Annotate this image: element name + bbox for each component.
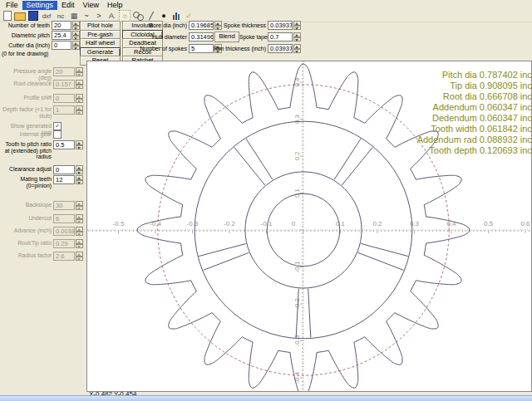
spinner-arrows[interactable] [72,41,80,50]
param-field-tooth-to-pitch-ratio-at-exte[interactable]: 0.5 [53,140,83,149]
spin-down-icon[interactable] [76,72,83,77]
field-cutter-dia-inch--value[interactable]: 0 [52,41,71,50]
spinner-arrows[interactable] [76,239,83,248]
checkbox-internal-gear[interactable] [53,130,62,139]
result-line: Tooth width 0.061842 inch [417,124,532,134]
svg-text:-0.2: -0.2 [224,220,235,227]
spinner-arrows[interactable] [76,201,83,210]
spinner-arrows[interactable] [293,32,301,42]
spin-down-icon[interactable] [76,219,83,224]
param-field-mating-teeth-0-pinion--value[interactable]: 12 [53,175,75,184]
wave-tool-icon[interactable]: ~ [81,11,91,21]
param-label-mating-teeth-0-pinion-: Mating teeth (0=pinion) [0,176,52,188]
label-right1-0: Bore dia (inch) [125,22,187,29]
param-field-mating-teeth-0-pinion-[interactable]: 12 [53,175,83,184]
new-document-icon[interactable] [3,11,12,21]
spin-down-icon[interactable] [293,37,301,42]
spin-down-icon[interactable] [76,99,83,104]
field-rim-thickness-inch-[interactable]: 0.03937 [268,44,301,53]
menu-settings[interactable]: Settings [22,1,58,10]
spin-down-icon[interactable] [76,232,83,237]
field-number-of-teeth[interactable]: 20 [52,21,80,30]
spinner-arrows[interactable] [76,214,83,223]
result-line: Tooth depth 0.120693 inch [417,145,532,156]
svg-text:-0.3: -0.3 [187,220,199,227]
gear-pair-icon[interactable] [133,11,144,21]
field-cutter-dia-inch-[interactable]: 0 [52,41,80,50]
blend-button[interactable]: Blend [214,32,239,42]
circle-tool-icon[interactable]: ● [159,11,169,21]
open-folder-icon[interactable] [14,12,26,21]
spinner-arrows[interactable] [293,44,301,53]
spin-down-icon[interactable] [76,110,83,115]
label-2: Cutter dia (inch) [0,42,50,49]
param-label-internal-gear: Internal gear [0,131,52,138]
menu-help[interactable]: Help [103,1,127,10]
field-diametric-pitch-value[interactable]: 25.4 [52,31,71,40]
text-tool-icon[interactable]: A [106,11,116,21]
spinner-arrows[interactable] [72,21,80,30]
param-field-undercut: 6 [53,214,83,223]
label-right2-0: Spoke thickness [200,22,266,29]
chart-icon[interactable] [171,12,181,20]
svg-text:-0.1: -0.1 [261,220,273,227]
spinner-arrows[interactable] [76,80,83,89]
field-number-of-teeth-value[interactable]: 20 [52,21,71,30]
arrow-tool-icon[interactable]: > [94,11,104,21]
spin-down-icon[interactable] [72,26,80,31]
spinner-arrows[interactable] [76,105,83,115]
param-field-pressure-angle-deg--value: 20 [53,67,75,76]
gear-sun-icon[interactable]: ☼ [119,10,131,22]
stamp-tool-icon[interactable]: ▦ [69,11,79,21]
spin-down-icon[interactable] [76,206,83,211]
spinner-arrows[interactable] [76,67,83,76]
checkbox-show-generated-root[interactable]: ✓ [53,122,62,130]
param-label-undercut: Undercut [0,215,52,222]
svg-text:0.2: 0.2 [372,220,382,227]
spinner-arrows[interactable] [76,252,83,261]
apply-check-icon[interactable]: ✓ [184,11,194,21]
save-icon[interactable] [28,11,38,21]
param-field-advance-inch-: 0.00382 [53,227,83,236]
param-field-clearance-adjust[interactable]: 0 [53,165,83,174]
spin-down-icon[interactable] [76,180,83,185]
spinner-arrows[interactable] [72,31,80,40]
field-diametric-pitch[interactable]: 25.4 [52,31,80,40]
param-field-clearance-adjust-value[interactable]: 0 [53,165,75,174]
spin-down-icon[interactable] [76,145,83,150]
param-field-tooth-to-pitch-ratio-at-exte-value[interactable]: 0.5 [53,140,75,149]
param-field-profile-shift: 0 [53,94,83,103]
pen-tool-icon[interactable]: ╱ [146,11,156,21]
export-dxf-button[interactable]: dxf [41,11,52,21]
spin-down-icon[interactable] [293,26,301,31]
field-spoke-taper[interactable]: 0.7 [268,32,301,42]
spin-down-icon[interactable] [76,170,83,175]
spinner-arrows[interactable] [76,227,83,236]
spin-down-icon[interactable] [76,85,83,90]
spinner-arrows[interactable] [76,140,83,149]
field-spoke-thickness[interactable]: 0.03937 [268,21,301,30]
spinner-arrows[interactable] [76,94,83,103]
spin-down-icon[interactable] [72,36,80,41]
spin-down-icon[interactable] [76,244,83,249]
spin-down-icon[interactable] [72,46,80,51]
taskbar-strip [0,395,532,401]
gear-template-generator-window: FileSettingsEditViewHelp dxfnc▦~>A☼╱●✓ N… [0,0,532,401]
field-hub-diameter-value[interactable]: 0.314961 [189,32,214,42]
svg-text:0.1: 0.1 [336,220,346,227]
menu-file[interactable]: File [2,1,22,10]
gear-drawing-area[interactable]: -0.5-0.4-0.3-0.2-0.100.10.20.30.40.50.60… [86,61,532,392]
spinner-arrows[interactable] [76,165,83,174]
field-spoke-taper-value[interactable]: 0.7 [268,32,293,42]
gear-dimension-results: Pitch dia 0.787402 inchTip dia 0.908095 … [417,70,532,156]
spin-down-icon[interactable] [293,49,301,54]
menu-view[interactable]: View [79,1,103,10]
export-nc-button[interactable]: nc [55,11,66,21]
menu-edit[interactable]: Edit [57,1,79,10]
spinner-arrows[interactable] [76,175,83,184]
spin-down-icon[interactable] [76,257,83,262]
field-spoke-thickness-value[interactable]: 0.03937 [268,21,293,30]
param-field-depth-factor-1-for-stub-: 1 [53,105,83,115]
field-rim-thickness-inch--value[interactable]: 0.03937 [268,44,293,53]
spinner-arrows[interactable] [293,21,301,30]
